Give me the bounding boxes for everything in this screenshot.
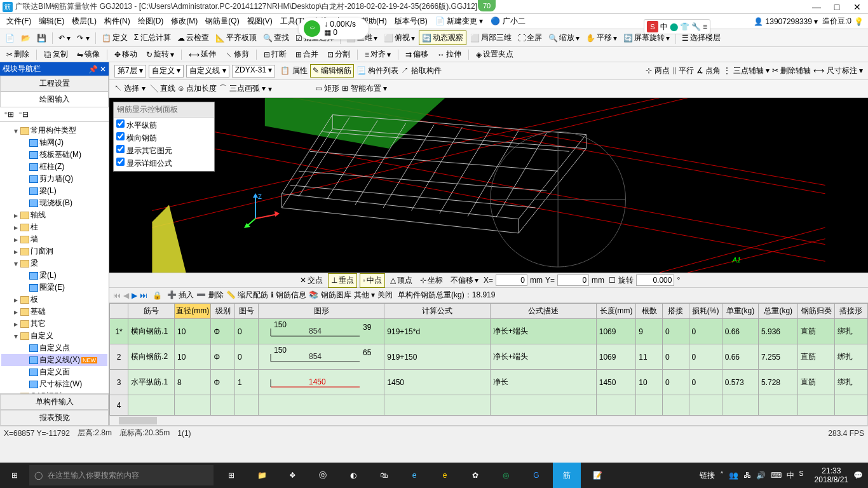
delete-row-button[interactable]: ➖ 删除 [196, 290, 223, 301]
sum-button[interactable]: Σ 汇总计算 [132, 31, 174, 44]
expand-all-icon[interactable]: ⁺⊞ [4, 110, 14, 119]
view-zoom-button[interactable]: 🔍 缩放 ▾ [546, 31, 582, 44]
ggj-icon[interactable]: 筋 [553, 463, 581, 488]
tree-item[interactable]: 自定义面 [1, 366, 107, 378]
tray-up-icon[interactable]: ˄ [720, 471, 724, 480]
lock-icon[interactable]: 🔒 [153, 291, 162, 300]
display-option[interactable]: 水平纵筋 [116, 119, 212, 132]
move-button[interactable]: ✥ 移动 [111, 48, 141, 61]
view-local3d-button[interactable]: ⬜ 局部三维 [468, 31, 514, 44]
merge-button[interactable]: ⊞ 合并 [292, 48, 322, 61]
display-option[interactable]: 显示详细公式 [116, 157, 212, 170]
menu-rebar[interactable]: 钢筋量(Q) [201, 15, 243, 28]
edit-rebar-button[interactable]: ✎ 编辑钢筋 [310, 64, 354, 78]
tree-item[interactable]: ▸其它 [1, 318, 107, 330]
copy-button[interactable]: ⿻ 复制 [40, 48, 72, 61]
point-length-tool[interactable]: ⊙ 点加长度 [178, 83, 217, 94]
pick-component-button[interactable]: ↗ 拾取构件 [401, 65, 441, 76]
y-input[interactable] [557, 274, 589, 286]
col-header[interactable]: 图形 [259, 304, 384, 319]
other-button[interactable]: 其他 ▾ [354, 290, 375, 301]
ie-icon[interactable]: e [400, 463, 428, 488]
table-row[interactable]: 3水平纵筋.18Φ114501450净长145010000.5735.728直筋… [110, 370, 868, 395]
nav-prev-icon[interactable]: ◀ [123, 291, 129, 300]
col-header[interactable]: 直径(mm) [175, 304, 211, 319]
tree-item[interactable]: 现浇板(B) [1, 197, 107, 209]
col-header[interactable]: 计算公式 [384, 304, 491, 319]
explorer-icon[interactable]: 📁 [248, 463, 276, 488]
menu-modify[interactable]: 修改(M) [167, 15, 201, 28]
category-select[interactable]: 自定义 ▾ [149, 65, 184, 78]
rotate-input[interactable] [636, 274, 674, 286]
close-button[interactable]: ✕ [853, 3, 862, 11]
component-list-button[interactable]: 📃 构件列表 [356, 65, 398, 76]
tree-item[interactable]: ▸轴线 [1, 209, 107, 221]
tray-notifications-icon[interactable]: 💬 [853, 471, 863, 480]
twopoint-button[interactable]: ⊹ 两点 [646, 65, 669, 76]
collapse-all-icon[interactable]: ⁻⊟ [18, 110, 29, 119]
menu-assistant[interactable]: 🔵 广小二 [487, 15, 529, 28]
delete-axis-button[interactable]: ✂ 删除辅轴 [772, 65, 811, 76]
tree-item[interactable]: ▸板 [1, 294, 107, 306]
select-tool[interactable]: ↖ 选择 ▾ [114, 83, 146, 94]
table-row[interactable]: 1*横向钢筋.110Φ015085439919+15*d净长+端头1069900… [110, 319, 868, 344]
offset-button[interactable]: ⇉ 偏移 [402, 48, 432, 61]
smart-layout-tool[interactable]: ⊞ 智能布置 ▾ [342, 83, 387, 94]
taskbar-search[interactable]: ◯ 在这里输入你要搜索的内容 [29, 465, 214, 485]
nav-first-icon[interactable]: ⏮ [113, 291, 121, 300]
threepoint-axis-button[interactable]: ⋮ 三点辅轴 ▾ [723, 65, 770, 76]
col-header[interactable]: 单重(kg) [722, 304, 758, 319]
trim-button[interactable]: ⟍ 修剪 [221, 48, 253, 61]
tab-single-input[interactable]: 单构件输入 [0, 394, 109, 410]
col-header[interactable]: 钢筋归类 [798, 304, 834, 319]
menu-component[interactable]: 构件(N) [100, 15, 134, 28]
ie2-icon[interactable]: e [431, 463, 459, 488]
tray-ime-icon[interactable]: ⌨ [771, 471, 782, 480]
start-button[interactable]: ⊞ [0, 463, 29, 488]
define-button[interactable]: 📋 定义 [99, 31, 130, 44]
tray-volume-icon[interactable]: 🔊 [756, 471, 766, 480]
store-icon[interactable]: 🛍 [370, 463, 398, 488]
col-header[interactable]: 搭接 [662, 304, 689, 319]
pointangle-button[interactable]: ∡ 点角 [696, 65, 721, 76]
system-tray[interactable]: 链接 ˄ 👥 🖧 🔊 ⌨ 中 S 21:332018/8/21 💬 [700, 466, 868, 485]
taskview-icon[interactable]: ⊞ [217, 463, 245, 488]
component-tree[interactable]: ▾常用构件类型轴网(J)筏板基础(M)框柱(Z)剪力墙(Q)梁(L)现浇板(B)… [0, 122, 109, 393]
tree-item[interactable]: 自定义线(X)NEW [1, 354, 107, 366]
align-button[interactable]: ≡ 对齐 ▾ [361, 48, 395, 61]
snap-vertex[interactable]: △ 顶点 [388, 274, 415, 287]
tray-sogou-icon[interactable]: S [799, 470, 810, 480]
menu-view[interactable]: 视图(V) [243, 15, 276, 28]
tray-lang[interactable]: 中 [787, 470, 794, 481]
snap-perpendicular[interactable]: ⊥ 垂点 [328, 273, 357, 288]
tree-item[interactable]: 轴网(J) [1, 137, 107, 149]
close-table-button[interactable]: 关闭 [377, 290, 393, 301]
view-top-button[interactable]: ⬜ 俯视 ▾ [381, 31, 417, 44]
notepad-icon[interactable]: 📝 [583, 463, 611, 488]
tree-item[interactable]: 剪力墙(Q) [1, 173, 107, 185]
tray-people-icon[interactable]: 👥 [729, 471, 738, 480]
tree-item[interactable]: 筏板基础(M) [1, 149, 107, 161]
tray-network-icon[interactable]: 🖧 [743, 471, 751, 480]
bulb-icon[interactable]: 💡 [853, 16, 864, 27]
col-header[interactable]: 公式描述 [491, 304, 597, 319]
nav-last-icon[interactable]: ⏭ [140, 291, 147, 300]
col-header[interactable]: 损耗(%) [689, 304, 722, 319]
code-select[interactable]: ZDYX-31 ▾ [232, 65, 276, 78]
stretch-button[interactable]: ↔ 拉伸 [433, 48, 465, 61]
properties-button[interactable]: 📋 属性 [280, 65, 307, 76]
grippoint-button[interactable]: ◈ 设置夹点 [472, 48, 517, 61]
tree-item[interactable]: ▸墙 [1, 233, 107, 245]
tree-item[interactable]: 自定义点 [1, 342, 107, 354]
table-row[interactable]: 4 [110, 395, 868, 416]
break-button[interactable]: ⊟ 打断 [260, 48, 290, 61]
subcat-select[interactable]: 自定义线 ▾ [186, 65, 229, 78]
scale-rebar-button[interactable]: 📏 缩尺配筋 [226, 290, 268, 301]
split-button[interactable]: ⊡ 分割 [323, 48, 354, 61]
minimize-button[interactable]: — [812, 3, 821, 11]
app1-icon[interactable]: ❖ [278, 463, 306, 488]
tab-draw-input[interactable]: 绘图输入 [0, 92, 109, 107]
display-option[interactable]: 显示其它图元 [116, 144, 212, 157]
tree-item[interactable]: ▸门窗洞 [1, 245, 107, 257]
app2-icon[interactable]: ◐ [339, 463, 367, 488]
